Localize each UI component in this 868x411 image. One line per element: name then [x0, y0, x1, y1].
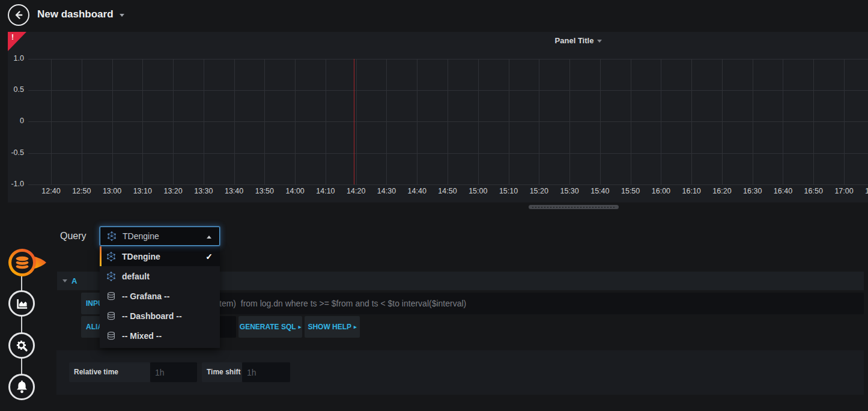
x-axis-label: 13:40: [221, 187, 247, 195]
panel-resize-handle[interactable]: [529, 205, 619, 209]
menu-item-tdengine[interactable]: TDengine ✓: [100, 246, 220, 266]
chart-plot: 1.00.50-0.5-1.012:4012:5013:0013:1013:20…: [8, 32, 868, 202]
x-gridline: [661, 59, 661, 184]
tab-queries[interactable]: [6, 246, 49, 279]
generate-sql-label: GENERATE SQL: [240, 323, 296, 331]
bell-icon: [14, 380, 29, 395]
tab-general[interactable]: [8, 332, 35, 359]
tab-visualization[interactable]: [8, 290, 35, 317]
query-section-label: Query: [60, 231, 86, 242]
generate-sql-button[interactable]: GENERATE SQL▸: [238, 316, 302, 338]
x-gridline: [478, 59, 479, 184]
relative-time-label: Relative time: [69, 362, 150, 382]
database-icon: [16, 256, 29, 270]
time-shift-input[interactable]: [242, 362, 290, 382]
x-axis-label: 15:00: [465, 187, 491, 195]
x-gridline: [356, 59, 357, 184]
menu-item-default[interactable]: default: [100, 266, 220, 286]
database-icon: [106, 291, 116, 301]
x-axis-label: 15:10: [496, 187, 522, 195]
x-gridline: [173, 59, 174, 184]
x-axis-label: 16:10: [678, 187, 705, 195]
menu-item-label: TDengine: [122, 252, 160, 261]
tdengine-icon: [106, 272, 116, 281]
x-gridline: [326, 59, 326, 184]
arrow-right-icon: ▸: [299, 324, 302, 330]
menu-item-grafana[interactable]: -- Grafana --: [100, 286, 220, 306]
x-axis-label: 16:20: [709, 187, 735, 195]
drag-dots: [532, 207, 615, 208]
x-axis-label: 15:30: [556, 187, 583, 195]
menu-item-dashboard[interactable]: -- Dashboard --: [100, 306, 220, 326]
relative-time-input[interactable]: [150, 362, 197, 382]
y-axis-label: 0.5: [8, 85, 24, 94]
x-axis-label: 13:00: [99, 187, 126, 195]
back-button[interactable]: [8, 4, 29, 26]
menu-item-mixed[interactable]: -- Mixed --: [100, 326, 220, 346]
x-axis-label: 12:40: [38, 187, 64, 195]
x-axis-label: 13:10: [129, 187, 156, 195]
x-axis-label: 14:00: [282, 187, 308, 195]
x-gridline: [448, 59, 448, 184]
x-gridline: [264, 59, 265, 184]
x-axis-label: 15:50: [618, 187, 644, 195]
time-options-section: Relative time Time shift: [56, 350, 864, 395]
y-gridline: [28, 59, 868, 59]
x-axis-label: 13:30: [190, 187, 217, 195]
tdengine-icon: [107, 231, 117, 241]
datasource-select[interactable]: TDengine: [100, 227, 220, 246]
y-axis-label: 0: [8, 117, 24, 125]
menu-item-label: -- Grafana --: [122, 291, 169, 301]
x-axis-label: 13:50: [251, 187, 278, 195]
x-axis-label: 16:00: [648, 187, 674, 195]
x-axis-label: 15:40: [587, 187, 613, 195]
menu-item-label: -- Dashboard --: [122, 311, 182, 321]
time-shift-label: Time shift: [202, 362, 242, 382]
tab-connector-line: [21, 263, 22, 387]
x-gridline: [509, 59, 509, 184]
graph-icon: [15, 297, 29, 311]
x-axis-label: 14:40: [404, 187, 430, 195]
x-gridline: [844, 59, 845, 184]
show-help-button[interactable]: SHOW HELP▸: [305, 316, 360, 338]
x-axis-label: 17:00: [831, 187, 857, 195]
grafana-dashboard-edit: New dashboard ! Panel Title 1.00.50-0.5-…: [0, 0, 868, 411]
dashboard-title[interactable]: New dashboard: [37, 8, 124, 20]
y-gridline: [28, 90, 868, 91]
sql-input[interactable]: [141, 293, 864, 314]
x-axis-label: 14:30: [373, 187, 399, 195]
y-axis-label: -0.5: [8, 148, 24, 157]
x-axis-label: 15:20: [526, 187, 552, 195]
x-gridline: [813, 59, 814, 184]
x-gridline: [386, 59, 387, 184]
x-axis-label: 14:20: [343, 187, 369, 195]
x-gridline: [417, 59, 417, 184]
check-icon: ✓: [205, 252, 213, 261]
x-gridline: [142, 59, 143, 184]
tab-alert[interactable]: [8, 374, 35, 400]
datasource-menu: TDengine ✓ default -- Grafana --: [100, 246, 220, 348]
x-axis-label: 16:30: [739, 187, 766, 195]
x-gridline: [783, 59, 783, 184]
x-axis-label: 14:10: [312, 187, 339, 195]
x-gridline: [569, 59, 570, 184]
menu-item-label: -- Mixed --: [122, 331, 162, 341]
datasource-select-value: TDengine: [123, 231, 159, 241]
collapse-caret-icon: [62, 279, 67, 282]
database-icon: [106, 311, 116, 321]
chevron-down-icon: [120, 14, 124, 17]
x-gridline: [631, 59, 631, 184]
x-gridline: [691, 59, 692, 184]
chevron-up-icon: [207, 236, 211, 239]
menu-item-label: default: [122, 272, 150, 281]
x-gridline: [753, 59, 753, 184]
x-axis-label: 16:50: [800, 187, 827, 195]
x-gridline: [204, 59, 204, 184]
arrow-right-icon: ▸: [354, 324, 357, 330]
dashboard-title-text: New dashboard: [37, 8, 114, 20]
y-gridline: [28, 184, 868, 185]
y-axis-label: 1.0: [8, 54, 24, 62]
x-gridline: [295, 59, 296, 184]
x-gridline: [539, 59, 539, 184]
x-gridline: [722, 59, 723, 184]
